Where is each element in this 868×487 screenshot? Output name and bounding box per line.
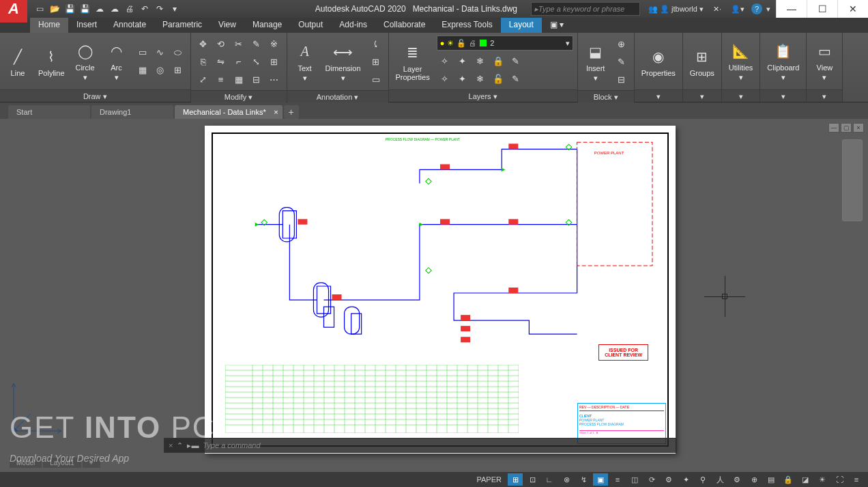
mirror-icon[interactable]: ⇋: [213, 53, 229, 70]
drawing-canvas[interactable]: — ▢ × POWER PLANT: [0, 119, 868, 472]
create-block-icon[interactable]: ⊕: [613, 36, 630, 52]
panel-annotation-title[interactable]: Annotation ▾: [287, 90, 388, 102]
search-input[interactable]: ▸ Type a keyword or phrase: [531, 2, 640, 16]
units-icon[interactable]: ⊕: [747, 473, 762, 486]
dimension-button[interactable]: ⟷Dimension▾: [323, 40, 364, 84]
tab-express[interactable]: Express Tools: [433, 18, 500, 33]
align-icon[interactable]: ⊟: [248, 71, 265, 87]
layer-properties-button[interactable]: ≣Layer Properties: [393, 40, 433, 83]
close-tab-icon[interactable]: ×: [274, 108, 278, 116]
annomon-icon[interactable]: ✦: [678, 473, 693, 486]
explode-icon[interactable]: ※: [266, 36, 283, 52]
plot-icon[interactable]: 🖨: [123, 2, 136, 16]
grid-toggle-icon[interactable]: ⊞: [508, 473, 523, 486]
lock-ui-icon[interactable]: 🔒: [781, 473, 796, 486]
annoauto-icon[interactable]: ⚲: [695, 473, 710, 486]
layon-icon[interactable]: ✧: [437, 70, 453, 87]
tab-insert[interactable]: Insert: [68, 18, 105, 33]
mtext-icon[interactable]: ▭: [368, 71, 384, 87]
panel-properties-title[interactable]: ▾: [635, 89, 682, 102]
offset-icon[interactable]: ≡: [213, 71, 229, 87]
annoscale-icon[interactable]: ⚙: [661, 473, 676, 486]
file-tab-start[interactable]: Start: [8, 105, 90, 119]
web-open-icon[interactable]: ☁: [93, 2, 106, 16]
quickprops-icon[interactable]: ▤: [764, 473, 779, 486]
properties-button[interactable]: ◉Properties: [639, 44, 678, 79]
customize-status-icon[interactable]: ≡: [849, 473, 864, 486]
qat-more-icon[interactable]: ▾: [168, 2, 182, 16]
edit-block-icon[interactable]: ✎: [613, 53, 630, 70]
panel-layers-title[interactable]: Layers ▾: [389, 89, 577, 102]
saveas-icon[interactable]: 💾: [78, 2, 91, 16]
help-dropdown-icon[interactable]: ▾: [766, 5, 770, 14]
rect-icon[interactable]: ▭: [134, 44, 151, 61]
web-save-icon[interactable]: ☁: [108, 2, 121, 16]
undo-icon[interactable]: ↶: [138, 2, 151, 16]
text-button[interactable]: AText▾: [291, 40, 319, 84]
panel-utilities-title[interactable]: ▾: [722, 89, 760, 102]
lineweight-icon[interactable]: ≡: [610, 473, 625, 486]
copy-icon[interactable]: ⎘: [195, 53, 212, 70]
scale-icon[interactable]: ⤢: [195, 71, 212, 87]
layuniso-icon[interactable]: ✦: [454, 70, 471, 87]
workspace-icon[interactable]: ⚙: [729, 473, 744, 486]
tab-view[interactable]: View: [210, 18, 244, 33]
tab-annotate[interactable]: Annotate: [105, 18, 154, 33]
circle-button[interactable]: ◯Circle▾: [72, 39, 99, 83]
panel-draw-title[interactable]: Draw ▾: [0, 89, 190, 102]
hardware-icon[interactable]: ☀: [815, 473, 830, 486]
hatch-icon[interactable]: ▦: [134, 62, 151, 79]
navigation-bar[interactable]: [842, 139, 863, 221]
panel-groups-title[interactable]: ▾: [683, 89, 721, 102]
layiso-icon[interactable]: ✦: [454, 53, 471, 69]
ortho-toggle-icon[interactable]: ∟: [542, 473, 557, 486]
close-button[interactable]: ✕: [837, 0, 868, 18]
autodesk-app-icon[interactable]: ✕·: [710, 3, 724, 15]
panel-clipboard-title[interactable]: ▾: [760, 89, 806, 102]
laycur-icon[interactable]: ✎: [508, 70, 524, 87]
app-logo[interactable]: A: [0, 0, 27, 23]
polyline-button[interactable]: ⌇Polyline: [35, 44, 68, 79]
modify-more-icon[interactable]: ⋯: [266, 71, 283, 87]
vp-minimize-icon[interactable]: —: [828, 123, 839, 133]
move-icon[interactable]: ✥: [195, 36, 212, 52]
arc-button[interactable]: ◠Arc▾: [103, 39, 130, 83]
erase-icon[interactable]: ✎: [248, 36, 265, 52]
insert-button[interactable]: ⬓Insert▾: [582, 40, 609, 84]
maximize-button[interactable]: ☐: [807, 0, 837, 18]
polar-toggle-icon[interactable]: ⊗: [559, 473, 574, 486]
new-icon[interactable]: ▭: [33, 2, 46, 16]
cleanscreen-icon[interactable]: ⛶: [832, 473, 847, 486]
tab-manage[interactable]: Manage: [244, 18, 290, 33]
isodraft-icon[interactable]: ↯: [576, 473, 591, 486]
leader-icon[interactable]: ⤹: [368, 36, 384, 52]
clipboard-button[interactable]: 📋Clipboard▾: [764, 39, 802, 83]
array-icon[interactable]: ⊞: [266, 53, 283, 70]
tab-addins[interactable]: Add-ins: [331, 18, 375, 33]
open-icon[interactable]: 📂: [48, 2, 61, 16]
view-button[interactable]: ▭View▾: [811, 39, 838, 83]
panel-modify-title[interactable]: Modify ▾: [191, 90, 287, 102]
region-icon[interactable]: ◎: [152, 62, 169, 79]
tab-parametric[interactable]: Parametric: [154, 18, 210, 33]
redo-icon[interactable]: ↷: [153, 2, 167, 16]
rotate-icon[interactable]: ⟲: [213, 36, 229, 52]
arrayrect-icon[interactable]: ▦: [231, 71, 247, 87]
panel-block-title[interactable]: Block ▾: [578, 90, 634, 102]
groups-button[interactable]: ⊞Groups: [687, 44, 717, 79]
vp-close-icon[interactable]: ×: [853, 123, 864, 133]
snap-toggle-icon[interactable]: ⊡: [525, 473, 540, 486]
layfrz-icon[interactable]: ❄: [472, 53, 489, 69]
space-indicator[interactable]: PAPER: [473, 475, 506, 484]
stretch-icon[interactable]: ⤡: [248, 53, 265, 70]
line-button[interactable]: ╱Line: [4, 44, 31, 79]
osnap-toggle-icon[interactable]: ▣: [593, 473, 608, 486]
tab-home[interactable]: Home: [30, 18, 68, 33]
ribbon-overflow-icon[interactable]: ▣ ▾: [542, 18, 572, 33]
help-icon[interactable]: ?: [751, 3, 762, 14]
tab-collaborate[interactable]: Collaborate: [375, 18, 433, 33]
minimize-button[interactable]: —: [776, 0, 807, 18]
attr-icon[interactable]: ⊟: [613, 71, 630, 87]
point-icon[interactable]: ⊞: [170, 62, 186, 79]
layulk-icon[interactable]: 🔓: [490, 70, 506, 87]
